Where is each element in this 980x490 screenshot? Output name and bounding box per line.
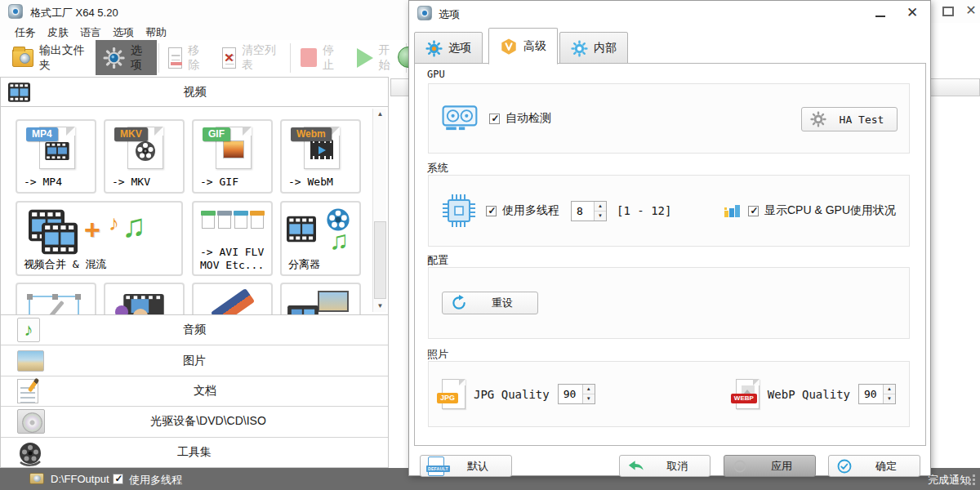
disc-drive-icon [17, 409, 45, 434]
use-multithread-checkbox[interactable] [486, 206, 497, 216]
options-button[interactable]: 选项 [96, 40, 158, 75]
stop-button[interactable]: 停止 [293, 40, 349, 75]
remove-button[interactable]: 移除 [161, 40, 215, 75]
category-disc[interactable]: 光驱设备\DVD\CD\ISO [1, 407, 388, 437]
spinner-up-icon[interactable] [884, 385, 895, 394]
menu-item-skin[interactable]: 皮肤 [42, 23, 74, 40]
card-label: -> GIF [200, 176, 238, 189]
photo-groupbox: JPG JPG Quality 90 WEBP WebP Quality 90 [428, 361, 910, 427]
music-note-icon [17, 318, 40, 342]
multithread-label: 使用多线程 [129, 473, 182, 488]
clear-list-icon [222, 47, 236, 69]
scrollbar-thumb[interactable] [374, 221, 386, 299]
film-reel-icon [17, 441, 43, 467]
card-video-merge-mux[interactable]: + 视频合并 & 混流 [16, 201, 183, 276]
avi-file-icon [202, 214, 215, 229]
card-partial-editor[interactable] [104, 283, 185, 315]
dialog-title: 选项 [439, 7, 460, 22]
apply-button[interactable]: 应用 [724, 455, 816, 477]
card-to-avi-flv-mov[interactable]: -> AVI FLV MOV Etc... [192, 201, 273, 276]
apply-circle-icon [732, 458, 748, 474]
notify-label[interactable]: 完成通知 [928, 473, 970, 488]
jpg-quality-value[interactable]: 90 [559, 385, 582, 403]
maximize-button[interactable] [942, 7, 954, 16]
mov-file-icon [234, 214, 247, 229]
card-to-mkv[interactable]: MKV -> MKV [104, 119, 185, 194]
tab-internal[interactable]: 内部 [559, 32, 628, 65]
default-label: 默认 [444, 459, 511, 474]
reset-button[interactable]: 重设 [442, 292, 538, 314]
reset-label: 重设 [467, 296, 537, 310]
card-to-mp4[interactable]: MP4 -> MP4 [16, 119, 96, 194]
webp-quality-value[interactable]: 90 [859, 385, 883, 403]
video-category-label: 视频 [30, 85, 359, 100]
category-image[interactable]: 图片 [1, 345, 388, 376]
scrollbar[interactable] [372, 109, 386, 312]
card-partial-crop[interactable] [16, 283, 96, 315]
category-document[interactable]: 文档 [1, 376, 388, 407]
menu-item-task[interactable]: 任务 [9, 23, 42, 40]
film-icon [287, 216, 316, 243]
picture-icon [17, 350, 44, 372]
close-button[interactable] [964, 2, 978, 19]
dialog-minimize-button[interactable] [873, 6, 888, 20]
clear-list-button[interactable]: 清空列表 [215, 40, 288, 75]
stop-icon [301, 48, 316, 67]
card-partial-screen[interactable] [280, 283, 361, 315]
jpg-file-icon: JPG [442, 379, 466, 409]
spinner-down-icon[interactable] [884, 394, 895, 403]
card-partial-eraser[interactable] [192, 283, 273, 315]
webp-quality-label: WebP Quality [768, 388, 850, 401]
photo-section-label: 照片 [427, 347, 448, 362]
multithread-checkbox[interactable] [113, 474, 123, 484]
output-path[interactable]: D:\FFOutput [51, 473, 109, 485]
tab-options[interactable]: 选项 [414, 32, 483, 65]
category-label: 音频 [1, 323, 388, 337]
output-folder-icon[interactable] [29, 473, 44, 484]
gear-icon [571, 40, 588, 57]
output-folder-button[interactable]: 输出文件夹 [5, 40, 96, 75]
thread-count-spinner[interactable]: 8 [571, 201, 607, 221]
config-groupbox: 重设 [428, 267, 910, 339]
category-label: 光驱设备\DVD\CD\ISO [29, 414, 388, 429]
menu-item-language[interactable]: 语言 [74, 23, 107, 40]
card-splitter[interactable]: 分离器 [280, 201, 361, 276]
sunset-image-icon [223, 140, 244, 158]
spinner-up-icon[interactable] [583, 385, 595, 394]
jpg-quality-spinner[interactable]: 90 [558, 384, 595, 404]
show-usage-checkbox[interactable] [748, 206, 759, 216]
gear-icon [810, 111, 826, 127]
category-video[interactable]: 视频 [1, 78, 388, 107]
category-list: 音频 图片 文档 光驱设备\DVD\CD\ISO [1, 315, 388, 467]
monitor-icon [318, 291, 349, 312]
gpu-section-label: GPU [427, 69, 445, 80]
category-toolset[interactable]: 工具集 [1, 438, 388, 467]
menu-item-options[interactable]: 选项 [107, 23, 140, 40]
auto-detect-checkbox[interactable] [489, 114, 500, 124]
thread-count-value[interactable]: 8 [572, 202, 594, 220]
scroll-up-icon[interactable] [373, 109, 387, 120]
webp-quality-spinner[interactable]: 90 [858, 384, 896, 404]
cancel-label: 取消 [645, 459, 710, 474]
start-button[interactable]: 开始 [350, 40, 403, 75]
menu-item-help[interactable]: 帮助 [140, 23, 172, 40]
default-button[interactable]: DEFAULT 默认 [420, 455, 512, 477]
format-cards-area: MP4 -> MP4 MKV -> MKV GIF [1, 107, 388, 315]
card-to-webm[interactable]: Webm -> WebM [280, 119, 361, 194]
resize-grip[interactable] [973, 474, 975, 477]
scroll-down-icon[interactable] [373, 301, 387, 312]
cancel-button[interactable]: 取消 [619, 455, 710, 477]
spinner-down-icon[interactable] [583, 394, 595, 403]
tab-advanced[interactable]: 高级 [488, 28, 558, 65]
dialog-close-button[interactable] [904, 4, 920, 22]
film-icon [42, 222, 78, 255]
spinner-up-icon[interactable] [595, 202, 606, 212]
category-audio[interactable]: 音频 [1, 315, 388, 345]
main-window-title: 格式工厂 X64 5.20 [30, 6, 118, 20]
remove-label: 移除 [188, 43, 207, 73]
ha-test-button[interactable]: HA Test [801, 107, 898, 131]
spinner-down-icon[interactable] [595, 212, 606, 220]
ha-test-label: HA Test [826, 114, 897, 126]
ok-button[interactable]: 确定 [828, 455, 920, 477]
card-to-gif[interactable]: GIF -> GIF [192, 119, 273, 194]
